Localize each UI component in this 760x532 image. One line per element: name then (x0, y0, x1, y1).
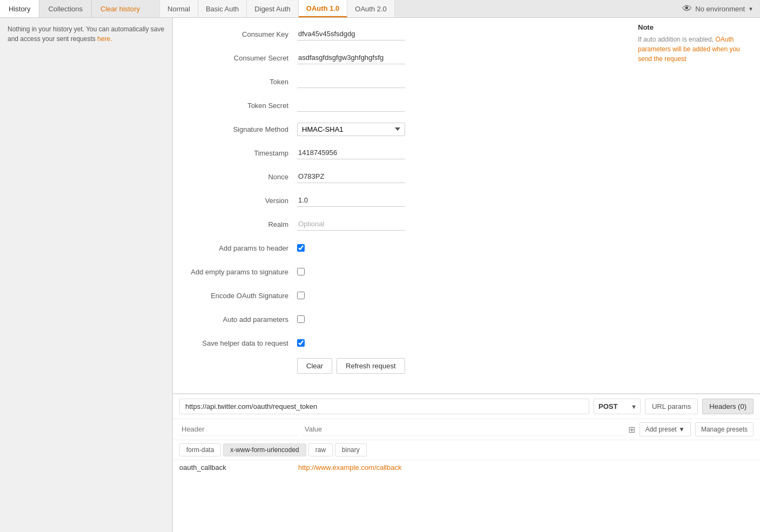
headers-button[interactable]: Headers (0) (702, 399, 754, 414)
form-and-note: Consumer Key Consumer Secret Token Token… (173, 18, 760, 393)
action-buttons: Clear Refresh request (297, 358, 614, 382)
header-row: ⊞ Add preset ▼ Manage presets (173, 419, 760, 440)
history-tab[interactable]: History (0, 0, 39, 17)
note-text: If auto addition is enabled, OAuth param… (638, 35, 752, 64)
note-section: Note If auto addition is enabled, OAuth … (630, 18, 760, 393)
realm-input[interactable] (297, 218, 405, 231)
top-nav: History Collections Clear history Normal… (0, 0, 760, 18)
tab-raw[interactable]: raw (308, 443, 333, 456)
token-row: Token (189, 71, 614, 92)
tab-normal[interactable]: Normal (159, 0, 198, 17)
header-input[interactable] (179, 423, 298, 436)
env-dropdown-arrow: ▼ (748, 6, 754, 12)
tab-basic-auth[interactable]: Basic Auth (198, 0, 247, 17)
left-nav-tabs: History Collections Clear history (0, 0, 149, 17)
sidebar: Nothing in your history yet. You can aut… (0, 18, 173, 532)
tab-form-data[interactable]: form-data (179, 443, 221, 456)
preset-dropdown-arrow-icon: ▼ (678, 426, 685, 433)
tab-x-www-form-urlencoded[interactable]: x-www-form-urlencoded (223, 443, 306, 456)
timestamp-label: Timestamp (189, 149, 297, 157)
add-params-header-checkbox[interactable] (297, 244, 305, 252)
manage-presets-button[interactable]: Manage presets (695, 422, 754, 436)
url-params-button[interactable]: URL params (645, 399, 698, 414)
body-tabs: form-data x-www-form-urlencoded raw bina… (173, 440, 760, 460)
token-secret-label: Token Secret (189, 102, 297, 110)
version-input[interactable] (297, 194, 405, 207)
nonce-label: Nonce (189, 173, 297, 181)
clear-button[interactable]: Clear (297, 358, 332, 374)
url-bar: POST GET PUT DELETE PATCH ▼ URL params H… (173, 394, 760, 419)
add-params-header-row: Add params to header (189, 237, 614, 259)
auto-add-params-label: Auto add parameters (189, 315, 297, 324)
consumer-secret-row: Consumer Secret (189, 47, 614, 69)
timestamp-input[interactable] (297, 146, 405, 159)
tab-binary[interactable]: binary (335, 443, 367, 456)
method-select-wrapper: POST GET PUT DELETE PATCH ▼ (594, 399, 641, 414)
value-input[interactable] (302, 423, 624, 436)
consumer-key-input[interactable] (297, 28, 405, 41)
encode-oauth-checkbox[interactable] (297, 292, 305, 299)
method-dropdown-arrow-icon: ▼ (631, 400, 640, 413)
url-input[interactable] (179, 399, 589, 414)
add-empty-params-row: Add empty params to signature (189, 261, 614, 282)
nonce-input[interactable] (297, 170, 405, 183)
encode-oauth-row: Encode OAuth Signature (189, 285, 614, 306)
realm-row: Realm (189, 213, 614, 235)
consumer-secret-input[interactable] (297, 51, 405, 64)
signature-method-select[interactable]: HMAC-SHA1 RSA-SHA1 PLAINTEXT (297, 123, 405, 136)
auto-add-params-checkbox[interactable] (297, 315, 305, 323)
save-helper-label: Save helper data to request (189, 339, 297, 347)
auth-tabs: Normal Basic Auth Digest Auth OAuth 1.0 … (159, 0, 395, 17)
data-key: oauth_callback (179, 463, 298, 472)
sidebar-here-link[interactable]: here. (97, 35, 112, 43)
add-empty-params-label: Add empty params to signature (189, 268, 297, 276)
content-area: Consumer Key Consumer Secret Token Token… (173, 18, 760, 532)
env-selector[interactable]: 👁 No environment ▼ (676, 3, 760, 15)
consumer-key-row: Consumer Key (189, 23, 614, 45)
auto-add-params-row: Auto add parameters (189, 308, 614, 330)
clear-history-button[interactable]: Clear history (92, 0, 149, 17)
consumer-key-label: Consumer Key (189, 30, 297, 38)
save-helper-checkbox[interactable] (297, 339, 305, 347)
env-label: No environment (695, 5, 745, 13)
refresh-request-button[interactable]: Refresh request (337, 358, 405, 374)
oauth-form: Consumer Key Consumer Secret Token Token… (173, 18, 630, 393)
add-empty-params-checkbox[interactable] (297, 268, 305, 275)
tab-digest-auth[interactable]: Digest Auth (247, 0, 299, 17)
timestamp-row: Timestamp (189, 142, 614, 164)
token-secret-row: Token Secret (189, 95, 614, 116)
version-row: Version (189, 190, 614, 211)
token-secret-input[interactable] (297, 99, 405, 112)
token-input[interactable] (297, 75, 405, 88)
nonce-row: Nonce (189, 166, 614, 187)
realm-label: Realm (189, 220, 297, 228)
data-value: http://www.example.com/callback (298, 463, 401, 472)
signature-method-row: Signature Method HMAC-SHA1 RSA-SHA1 PLAI… (189, 118, 614, 140)
tab-oauth2[interactable]: OAuth 2.0 (347, 0, 395, 17)
add-preset-button[interactable]: Add preset ▼ (640, 422, 691, 436)
eye-icon: 👁 (682, 3, 692, 15)
grid-icon: ⊞ (628, 425, 635, 435)
consumer-secret-label: Consumer Secret (189, 54, 297, 62)
note-title: Note (638, 23, 752, 31)
version-label: Version (189, 197, 297, 205)
data-row: oauth_callback http://www.example.com/ca… (173, 460, 760, 475)
collections-tab[interactable]: Collections (39, 0, 92, 17)
token-label: Token (189, 78, 297, 86)
tab-oauth1[interactable]: OAuth 1.0 (299, 0, 347, 17)
env-selector-area: 👁 No environment ▼ (676, 0, 760, 17)
main-layout: Nothing in your history yet. You can aut… (0, 18, 760, 532)
method-select[interactable]: POST GET PUT DELETE PATCH (594, 399, 631, 414)
sidebar-empty-text: Nothing in your history yet. You can aut… (8, 24, 165, 44)
encode-oauth-label: Encode OAuth Signature (189, 292, 297, 300)
signature-method-label: Signature Method (189, 125, 297, 133)
add-params-header-label: Add params to header (189, 244, 297, 252)
save-helper-row: Save helper data to request (189, 332, 614, 354)
